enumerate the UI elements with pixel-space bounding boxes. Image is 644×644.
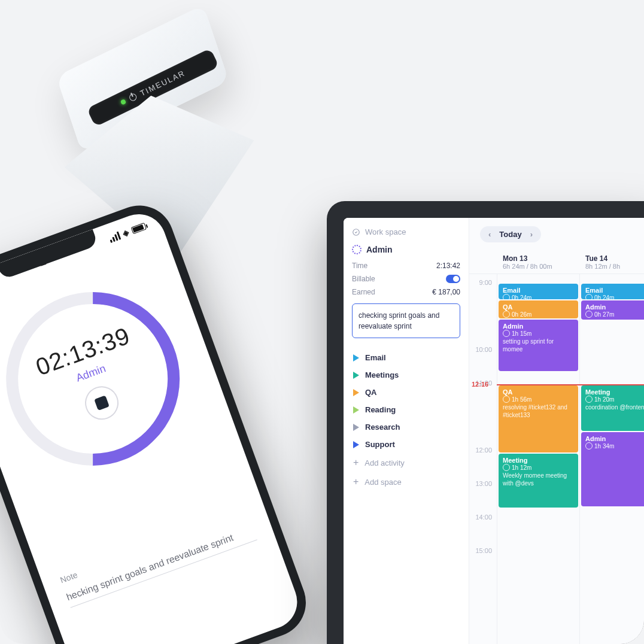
tracker-led-icon bbox=[120, 99, 127, 105]
phone-device: 15:37 ◢ ◈ 02:13:39 Admin Note hecking sp bbox=[0, 196, 315, 644]
event-title: Admin bbox=[585, 303, 644, 311]
hour-label bbox=[469, 413, 497, 446]
play-icon bbox=[353, 441, 359, 448]
activity-item-email[interactable]: Email bbox=[352, 349, 460, 366]
activity-item-meetings[interactable]: Meetings bbox=[352, 366, 460, 384]
now-time-label: 12:16 bbox=[472, 381, 488, 388]
event-duration: 0h 26m bbox=[503, 311, 574, 318]
event-title: Admin bbox=[503, 323, 574, 330]
signal-icon bbox=[108, 231, 121, 242]
event-title: Meeting bbox=[585, 388, 644, 396]
workspace-header[interactable]: Work space bbox=[352, 227, 460, 236]
days-container: Email 0h 24mQA 0h 26mAdmin 1h 15msetting… bbox=[497, 274, 644, 644]
phone-notch bbox=[0, 229, 98, 280]
calendar-event[interactable]: Email 0h 24m bbox=[581, 284, 644, 299]
event-duration: 1h 20m bbox=[585, 396, 644, 403]
wifi-icon: ◈ bbox=[121, 227, 130, 238]
billable-label: Billable bbox=[352, 275, 375, 283]
activity-ring-icon bbox=[352, 245, 362, 254]
earned-value: € 187,00 bbox=[432, 288, 460, 296]
activity-label: Email bbox=[365, 353, 386, 362]
event-duration: 1h 56m bbox=[503, 396, 574, 403]
add-activity-label: Add activity bbox=[364, 458, 404, 467]
hour-label: 12:00 bbox=[469, 446, 497, 480]
event-title: QA bbox=[503, 388, 574, 396]
activity-label: Support bbox=[365, 440, 395, 449]
hours-column: 9:0010:0011:0012:0013:0014:0015:00 bbox=[469, 274, 497, 644]
day-label: Tue 14 bbox=[585, 254, 644, 263]
day-hours: 8h 12m / 8h bbox=[585, 263, 644, 270]
add-activity-button[interactable]: +Add activity bbox=[352, 453, 460, 472]
day-header: Mon 136h 24m / 8h 00m bbox=[497, 251, 579, 274]
play-icon bbox=[353, 372, 359, 379]
activity-item-reading[interactable]: Reading bbox=[352, 401, 460, 418]
calendar-topbar: ‹ Today › bbox=[469, 218, 644, 251]
phone-screen: 15:37 ◢ ◈ 02:13:39 Admin Note hecking sp bbox=[0, 206, 305, 644]
power-icon bbox=[128, 92, 138, 102]
phone-note-section: Note hecking sprint goals and reevaluate… bbox=[59, 508, 257, 608]
event-note: resolving #ticket132 and #ticket133 bbox=[503, 404, 574, 419]
hour-label: 14:00 bbox=[469, 514, 497, 547]
calendar-event[interactable]: Admin 1h 34m bbox=[581, 432, 644, 506]
current-activity-name: Admin bbox=[366, 245, 393, 254]
prev-day-button[interactable]: ‹ bbox=[488, 230, 491, 239]
event-duration: 1h 15m bbox=[503, 330, 574, 337]
event-duration: 1h 34m bbox=[585, 442, 644, 449]
note-textarea[interactable]: checking sprint goals and reevaluate spr… bbox=[352, 303, 460, 338]
now-indicator bbox=[497, 384, 644, 385]
calendar-event[interactable]: QA 1h 56mresolving #ticket132 and #ticke… bbox=[499, 385, 578, 452]
hour-label: 9:00 bbox=[469, 279, 497, 312]
event-title: QA bbox=[503, 303, 574, 311]
event-title: Admin bbox=[585, 435, 644, 442]
hour-label: 15:00 bbox=[469, 547, 497, 581]
calendar-event[interactable]: Admin 1h 15msetting up sprint for momee bbox=[499, 320, 578, 371]
day-column-tue[interactable]: Email 0h 24mAdmin 0h 27mMeeting 1h 20mco… bbox=[579, 274, 644, 644]
workspace-icon bbox=[352, 228, 360, 236]
activity-label: Meetings bbox=[365, 370, 399, 379]
event-note: Weekly momee meeting with @devs bbox=[503, 472, 574, 487]
time-value: 2:13:42 bbox=[436, 262, 460, 270]
play-icon bbox=[353, 406, 359, 414]
play-icon bbox=[353, 354, 359, 362]
plus-icon: + bbox=[353, 458, 359, 467]
laptop-device: Work space Admin Time2:13:42 Billable Ea… bbox=[327, 201, 644, 644]
hour-label: 10:00 bbox=[469, 346, 497, 379]
event-title: Email bbox=[585, 287, 644, 294]
add-space-button[interactable]: +Add space bbox=[352, 472, 460, 491]
time-label: Time bbox=[352, 262, 367, 270]
activity-label: Research bbox=[365, 423, 400, 432]
play-icon bbox=[353, 424, 359, 431]
day-label: Mon 13 bbox=[503, 254, 573, 263]
timer-ring: 02:13:39 Admin bbox=[0, 268, 204, 490]
earned-label: Earned bbox=[352, 288, 375, 296]
event-duration: 0h 24m bbox=[585, 294, 644, 299]
calendar-event[interactable]: Meeting 1h 12mWeekly momee meeting with … bbox=[499, 454, 578, 508]
activity-label: QA bbox=[365, 388, 377, 397]
event-title: Email bbox=[503, 287, 574, 294]
calendar-event[interactable]: Email 0h 24m bbox=[499, 284, 578, 299]
activity-item-support[interactable]: Support bbox=[352, 436, 460, 453]
calendar-grid: 9:0010:0011:0012:0013:0014:0015:00 Email… bbox=[469, 274, 644, 644]
stop-icon bbox=[94, 395, 110, 411]
event-duration: 1h 12m bbox=[503, 464, 574, 471]
day-column-mon[interactable]: Email 0h 24mQA 0h 26mAdmin 1h 15msetting… bbox=[497, 274, 579, 644]
event-note: coordination @frontend bbox=[585, 404, 644, 412]
activity-item-research[interactable]: Research bbox=[352, 418, 460, 436]
workspace-label: Work space bbox=[365, 227, 406, 236]
day-hours: 6h 24m / 8h 00m bbox=[503, 263, 573, 270]
calendar-event[interactable]: QA 0h 26m bbox=[499, 300, 578, 318]
play-icon bbox=[353, 389, 359, 396]
calendar-event[interactable]: Admin 0h 27m bbox=[581, 300, 644, 320]
billable-toggle[interactable] bbox=[446, 275, 460, 283]
event-note: setting up sprint for momee bbox=[503, 338, 574, 353]
next-day-button[interactable]: › bbox=[530, 230, 533, 239]
hour-label bbox=[469, 312, 497, 346]
activity-list: EmailMeetingsQAReadingResearchSupport bbox=[352, 349, 460, 453]
calendar-main: ‹ Today › Mon 136h 24m / 8h 00mTue 148h … bbox=[469, 218, 644, 644]
calendar-event[interactable]: Meeting 1h 20mcoordination @frontend bbox=[581, 385, 644, 431]
today-selector[interactable]: ‹ Today › bbox=[480, 226, 541, 242]
activity-item-qa[interactable]: QA bbox=[352, 384, 460, 401]
current-activity-row[interactable]: Admin bbox=[352, 245, 460, 254]
battery-icon bbox=[130, 222, 147, 233]
event-duration: 0h 27m bbox=[585, 311, 644, 318]
